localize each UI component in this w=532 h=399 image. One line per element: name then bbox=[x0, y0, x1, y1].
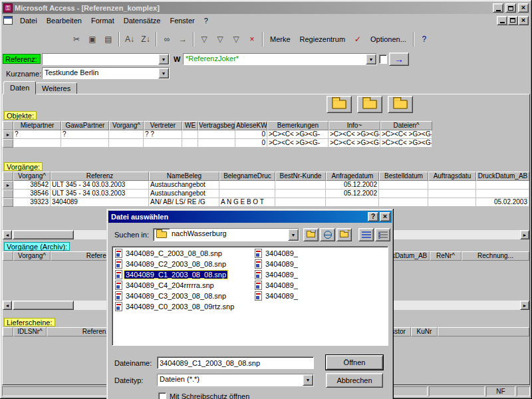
row-selector[interactable]: ► bbox=[3, 181, 13, 190]
file-item[interactable]: 3404089_C3_2003_08_08.snp bbox=[114, 291, 247, 301]
column-header[interactable] bbox=[438, 327, 529, 336]
table-cell[interactable] bbox=[428, 190, 476, 198]
dropdown-arrow-icon[interactable]: ▼ bbox=[288, 229, 299, 241]
table-cell[interactable] bbox=[109, 139, 144, 148]
goto-record-icon[interactable]: → bbox=[175, 31, 191, 47]
remove-filter-icon[interactable]: × bbox=[244, 31, 260, 47]
scroll-right-icon[interactable]: ► bbox=[520, 301, 529, 310]
file-item[interactable]: 3404089_ bbox=[253, 291, 386, 301]
table-cell[interactable]: A N G E B O T bbox=[219, 198, 275, 207]
oeffnen-button[interactable]: Öffnen bbox=[326, 355, 383, 370]
column-header[interactable]: Mietpartner bbox=[13, 121, 61, 130]
referenzjoker-combobox[interactable]: *ReferenzJoker* ▼ bbox=[183, 53, 377, 65]
look-in-combobox[interactable]: nachWasserburg ▼ bbox=[153, 228, 299, 241]
table-cell[interactable]: 38546 bbox=[13, 190, 51, 198]
table-cell[interactable] bbox=[219, 190, 275, 198]
table-cell[interactable] bbox=[379, 181, 428, 190]
dropdown-arrow-icon[interactable]: ▼ bbox=[158, 68, 169, 78]
column-header[interactable]: Referenz bbox=[51, 172, 149, 181]
merke-button[interactable]: Merke bbox=[265, 32, 295, 47]
paste-icon[interactable]: ▤ bbox=[100, 31, 116, 47]
table-cell[interactable] bbox=[379, 198, 428, 207]
table-cell[interactable]: ULT 345 - 34 03.03.2003 bbox=[51, 190, 149, 198]
advanced-filter-icon[interactable]: ▽ bbox=[228, 31, 244, 47]
table-cell[interactable]: 39323 bbox=[13, 198, 51, 207]
table-cell[interactable] bbox=[182, 130, 198, 139]
column-header[interactable]: Dateien^ bbox=[380, 121, 432, 130]
row-selector[interactable]: ► bbox=[3, 130, 13, 139]
column-header[interactable]: DruckDatum_AB bbox=[476, 172, 529, 181]
grid-corner[interactable] bbox=[3, 121, 13, 130]
scroll-right-icon[interactable]: ► bbox=[520, 230, 529, 239]
tab-weiteres[interactable]: Weiteres bbox=[35, 82, 77, 94]
table-cell[interactable]: >C><C< >G><G- bbox=[267, 130, 329, 139]
schreibschutz-checkbox[interactable] bbox=[158, 392, 166, 399]
column-header[interactable]: Rechnung... bbox=[462, 251, 529, 261]
regiezentrum-button[interactable]: Regiezentrum bbox=[295, 32, 350, 47]
column-header[interactable]: Vorgang^ bbox=[109, 121, 144, 130]
close-button[interactable]: × bbox=[518, 3, 529, 13]
details-view-icon[interactable] bbox=[375, 228, 390, 241]
grid-corner[interactable] bbox=[3, 172, 13, 181]
table-cell[interactable]: ? bbox=[13, 130, 61, 139]
dropdown-arrow-icon[interactable]: ▼ bbox=[303, 374, 313, 386]
scroll-thumb[interactable] bbox=[13, 301, 74, 310]
row-selector[interactable] bbox=[3, 198, 13, 207]
dropdown-arrow-icon[interactable]: ▼ bbox=[366, 54, 376, 65]
table-cell[interactable]: 38542 bbox=[13, 181, 51, 190]
column-header[interactable]: AbleseKW bbox=[235, 121, 267, 130]
kurzname-value[interactable]: Testkunde Berlin bbox=[43, 68, 158, 78]
row-selector[interactable] bbox=[3, 139, 13, 148]
up-one-level-icon[interactable]: ↑ bbox=[303, 228, 319, 241]
menu-item-datei[interactable]: Datei bbox=[15, 15, 42, 26]
file-item[interactable]: 3404089_C_2003_08_08.snp bbox=[114, 248, 247, 259]
file-item[interactable]: 3404089_ bbox=[253, 280, 386, 291]
scroll-left-icon[interactable]: ◄ bbox=[3, 301, 12, 310]
dateityp-value[interactable]: Dateien (*.*) bbox=[158, 374, 303, 386]
table-cell[interactable]: ? bbox=[61, 130, 109, 139]
find-icon[interactable]: ∞ bbox=[159, 31, 175, 47]
table-cell[interactable]: >C><C< >G><G- bbox=[329, 139, 380, 148]
table-cell[interactable]: >C><C< >G><G- bbox=[267, 139, 329, 148]
table-cell[interactable]: 0 bbox=[235, 130, 267, 139]
column-header[interactable]: Vertreter bbox=[144, 121, 182, 130]
table-cell[interactable] bbox=[144, 139, 182, 148]
table-cell[interactable] bbox=[428, 181, 476, 190]
table-cell[interactable] bbox=[379, 190, 428, 198]
tab-daten[interactable]: Daten bbox=[3, 81, 36, 94]
spelling-icon[interactable]: ✓ bbox=[350, 31, 366, 47]
column-header[interactable]: GawaPartner bbox=[61, 121, 109, 130]
file-list[interactable]: 3404089_C_2003_08_08.snp3404089_C2_2003_… bbox=[112, 246, 388, 346]
menu-item-format[interactable]: Format bbox=[86, 15, 119, 26]
optionen-button[interactable]: Optionen... bbox=[366, 32, 411, 47]
kurzname-combobox[interactable]: Testkunde Berlin ▼ bbox=[42, 67, 170, 79]
row-selector[interactable] bbox=[3, 190, 13, 198]
table-cell[interactable]: 0 bbox=[235, 139, 267, 148]
table-cell[interactable]: AN/ AB/ LS/ RE /G bbox=[149, 198, 219, 207]
table-row[interactable]: 0>C><C< >G><G->C><C< >G><G->C><C< >G><G- bbox=[3, 139, 434, 148]
small-field[interactable] bbox=[379, 55, 387, 64]
file-item[interactable]: 3404089_ bbox=[253, 248, 386, 259]
referenz-value[interactable] bbox=[43, 54, 158, 65]
file-item[interactable]: 3404089_ bbox=[253, 259, 386, 269]
table-cell[interactable] bbox=[476, 181, 529, 190]
child-close-button[interactable]: × bbox=[518, 16, 529, 25]
table-cell[interactable] bbox=[428, 198, 476, 207]
table-cell[interactable]: >C><C< >G><G- bbox=[329, 130, 380, 139]
column-header[interactable]: KuNr bbox=[411, 327, 438, 336]
web-search-icon[interactable] bbox=[320, 228, 335, 241]
table-cell[interactable] bbox=[476, 190, 529, 198]
dialog-help-button[interactable]: ? bbox=[368, 212, 378, 221]
open-file-button-1[interactable] bbox=[327, 96, 352, 113]
column-header[interactable]: Vertragsbeg bbox=[198, 121, 235, 130]
new-folder-icon[interactable]: * bbox=[336, 228, 352, 241]
restore-button[interactable] bbox=[505, 3, 516, 13]
grid-corner[interactable] bbox=[3, 327, 13, 336]
table-cell[interactable] bbox=[275, 190, 326, 198]
menu-item-?[interactable]: ? bbox=[200, 15, 213, 26]
file-item[interactable]: 3404089_C1_2003_08_08.snp bbox=[114, 269, 247, 280]
table-row[interactable]: ►??? ?0>C><C< >G><G->C><C< >G><G->C><C< … bbox=[3, 130, 434, 139]
table-row[interactable]: 393233404089AN/ AB/ LS/ RE /GA N G E B O… bbox=[3, 198, 530, 207]
column-header[interactable]: Bemerkungen bbox=[267, 121, 329, 130]
sort-descending-icon[interactable]: Z↓ bbox=[138, 31, 154, 47]
